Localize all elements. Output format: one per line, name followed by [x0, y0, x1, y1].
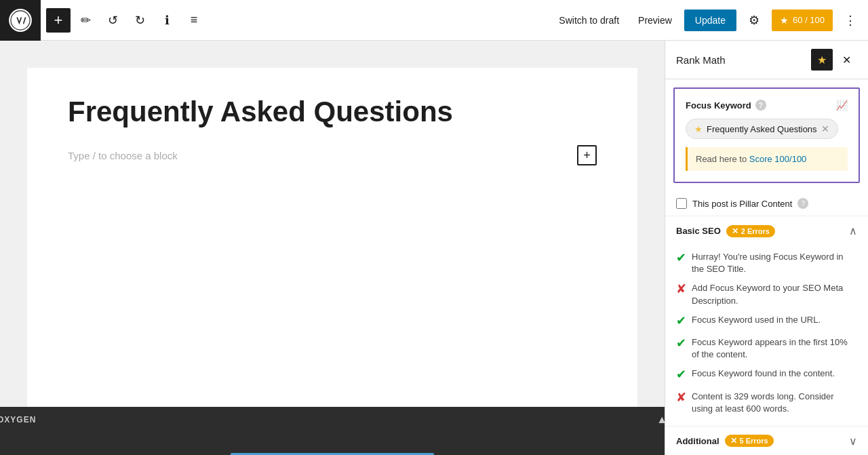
wp-logo: [0, 0, 41, 41]
info-banner: Read here to Score 100/100: [686, 147, 848, 171]
oxygen-header: OXYGEN ▲: [0, 407, 665, 433]
seo-item: ✘Add Focus Keyword to your SEO Meta Desc…: [676, 282, 857, 306]
seo-item: ✔Focus Keyword used in the URL.: [676, 314, 857, 330]
focus-keyword-section: Focus Keyword ? 📈 ★ Frequently Asked Que…: [673, 87, 860, 183]
score-button[interactable]: ★ 60 / 100: [772, 9, 833, 31]
toolbar-left: + ✏ ↺ ↻ ℹ ≡: [46, 8, 206, 33]
switch-draft-button[interactable]: Switch to draft: [552, 11, 626, 30]
edit-mode-button[interactable]: ✏: [73, 8, 98, 33]
editor-area: Frequently Asked Questions Type / to cho…: [0, 41, 665, 455]
trend-icon[interactable]: 📈: [836, 100, 848, 111]
inline-add-block-button[interactable]: +: [577, 145, 597, 165]
additional-error-x-icon: ✕: [730, 436, 737, 446]
additional-title: Additional ✕ 5 Errors: [676, 435, 774, 447]
additional-error-badge: ✕ 5 Errors: [725, 435, 774, 447]
pillar-label: This post is Pillar Content: [692, 199, 792, 209]
score-value: 60 / 100: [793, 15, 825, 25]
score-star-icon: ★: [780, 15, 789, 26]
sidebar: Rank Math ★ ✕ Focus Keyword ? 📈 ★ Freque…: [665, 41, 868, 455]
settings-button[interactable]: ⚙: [742, 8, 766, 33]
seo-item-5-icon: ✘: [676, 389, 686, 406]
additional-header[interactable]: Additional ✕ 5 Errors ∨: [665, 427, 868, 455]
seo-items-list: ✔Hurray! You're using Focus Keyword in t…: [665, 245, 868, 426]
main-layout: Frequently Asked Questions Type / to cho…: [0, 41, 868, 455]
basic-seo-title: Basic SEO ✕ 2 Errors: [676, 225, 775, 237]
oxygen-section: OXYGEN ▲ Edit with Oxygen RENDER PAGE US…: [0, 407, 665, 455]
additional-errors-text: 5 Errors: [740, 437, 768, 445]
preview-button[interactable]: Preview: [631, 11, 679, 30]
seo-item-0-icon: ✔: [676, 250, 686, 266]
pillar-checkbox[interactable]: [676, 198, 687, 209]
toolbar: + ✏ ↺ ↻ ℹ ≡ Switch to draft Preview Upda…: [0, 0, 868, 41]
seo-item-2-text: Focus Keyword used in the URL.: [692, 314, 857, 326]
basic-seo-section: Basic SEO ✕ 2 Errors ∧ ✔Hurray! You're u…: [665, 216, 868, 426]
post-title[interactable]: Frequently Asked Questions: [68, 95, 597, 129]
sidebar-title: Rank Math: [676, 54, 726, 66]
seo-item-1-text: Add Focus Keyword to your SEO Meta Descr…: [692, 282, 857, 306]
seo-item-3-text: Focus Keyword appears in the first 10% o…: [692, 336, 857, 361]
basic-seo-toggle-button[interactable]: ∧: [849, 224, 857, 237]
seo-item-0-text: Hurray! You're using Focus Keyword in th…: [692, 251, 857, 275]
sidebar-header-actions: ★ ✕: [811, 49, 857, 71]
seo-item: ✔Hurray! You're using Focus Keyword in t…: [676, 251, 857, 275]
focus-keyword-label-text: Focus Keyword: [686, 100, 751, 111]
additional-toggle-button[interactable]: ∨: [849, 435, 857, 448]
oxygen-toggle-button[interactable]: ▲: [656, 414, 665, 426]
add-block-button[interactable]: +: [46, 8, 71, 33]
update-button[interactable]: Update: [684, 9, 736, 31]
pillar-row: This post is Pillar Content ?: [665, 191, 868, 216]
seo-item-1-icon: ✘: [676, 281, 686, 298]
seo-item-5-text: Content is 329 words long. Consider usin…: [692, 391, 857, 415]
seo-item: ✘Content is 329 words long. Consider usi…: [676, 391, 857, 415]
undo-button[interactable]: ↺: [100, 8, 125, 33]
focus-keyword-help-icon[interactable]: ?: [755, 100, 766, 111]
keyword-tag: ★ Frequently Asked Questions ✕: [686, 119, 838, 139]
more-options-button[interactable]: ⋮: [838, 8, 863, 33]
error-x-icon: ✕: [732, 226, 738, 236]
info-banner-text: Read here to: [696, 154, 749, 164]
keyword-remove-button[interactable]: ✕: [821, 123, 829, 134]
basic-seo-label-text: Basic SEO: [676, 226, 721, 236]
focus-keyword-label-row: Focus Keyword ? 📈: [686, 100, 848, 111]
info-button[interactable]: ℹ: [155, 8, 179, 33]
seo-item: ✔Focus Keyword found in the content.: [676, 368, 857, 383]
basic-seo-header[interactable]: Basic SEO ✕ 2 Errors ∧: [665, 216, 868, 245]
focus-keyword-label: Focus Keyword ?: [686, 100, 766, 111]
toolbar-right: Switch to draft Preview Update ⚙ ★ 60 / …: [552, 8, 863, 33]
rank-math-star-button[interactable]: ★: [811, 49, 833, 71]
seo-item-2-icon: ✔: [676, 313, 686, 330]
sidebar-close-button[interactable]: ✕: [835, 49, 857, 71]
seo-item: ✔Focus Keyword appears in the first 10% …: [676, 336, 857, 361]
block-placeholder-text[interactable]: Type / to choose a block: [68, 150, 577, 161]
list-view-button[interactable]: ≡: [182, 8, 206, 33]
sidebar-header: Rank Math ★ ✕: [665, 41, 868, 79]
basic-seo-errors-text: 2 Errors: [741, 227, 770, 235]
editor-content: Frequently Asked Questions Type / to cho…: [27, 68, 637, 407]
additional-section: Additional ✕ 5 Errors ∨: [665, 426, 868, 455]
keyword-star-icon: ★: [694, 124, 703, 134]
seo-item-4-text: Focus Keyword found in the content.: [692, 368, 857, 380]
additional-label-text: Additional: [676, 436, 719, 446]
oxygen-body: Edit with Oxygen: [0, 433, 665, 455]
seo-item-3-icon: ✔: [676, 335, 686, 352]
redo-button[interactable]: ↻: [127, 8, 152, 33]
basic-seo-error-badge: ✕ 2 Errors: [726, 225, 775, 237]
keyword-tag-text: Frequently Asked Questions: [707, 124, 817, 134]
seo-item-4-icon: ✔: [676, 366, 686, 383]
score-link[interactable]: Score 100/100: [749, 154, 807, 164]
oxygen-section-title: OXYGEN: [0, 415, 36, 424]
block-placeholder-container: Type / to choose a block +: [68, 145, 597, 165]
pillar-help-icon[interactable]: ?: [797, 198, 808, 209]
